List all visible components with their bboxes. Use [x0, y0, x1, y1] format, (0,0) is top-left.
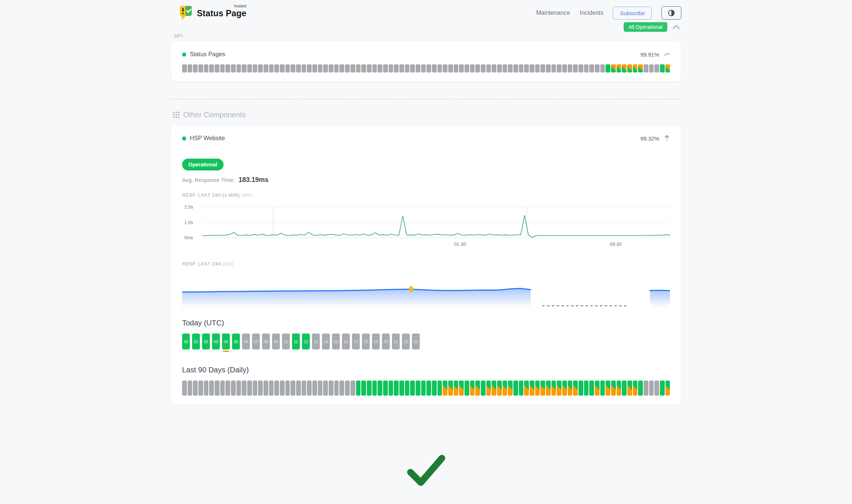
uptime-bar[interactable] [410, 380, 415, 396]
uptime-bar[interactable] [182, 64, 187, 72]
uptime-bar[interactable] [291, 64, 295, 72]
uptime-bar[interactable] [481, 64, 486, 72]
uptime-bar[interactable] [665, 64, 670, 72]
uptime-bar[interactable] [622, 64, 627, 72]
uptime-bar[interactable] [578, 64, 583, 72]
uptime-bar[interactable] [193, 64, 198, 72]
uptime-bar[interactable] [644, 380, 648, 396]
uptime-bar[interactable] [188, 380, 192, 396]
uptime-bar[interactable] [378, 64, 382, 72]
uptime-bar[interactable] [627, 64, 632, 72]
uptime-bar[interactable] [350, 380, 355, 396]
uptime-bar[interactable] [475, 64, 480, 72]
hour-block[interactable]: 18 [362, 334, 370, 349]
nav-incidents[interactable]: Incidents [580, 10, 603, 16]
uptime-bar[interactable] [416, 64, 420, 72]
uptime-bar[interactable] [519, 380, 524, 396]
uptime-bar[interactable] [209, 64, 214, 72]
uptime-bar[interactable] [264, 64, 268, 72]
uptime-bar[interactable] [535, 380, 540, 396]
hour-block[interactable]: 13 [312, 334, 320, 349]
uptime-bar[interactable] [638, 380, 643, 396]
uptime-bar[interactable] [638, 64, 643, 72]
uptime-bar[interactable] [318, 380, 323, 396]
uptime-bar[interactable] [432, 380, 437, 396]
uptime-bar[interactable] [513, 380, 518, 396]
uptime-bar[interactable] [329, 64, 333, 72]
uptime-bar[interactable] [405, 64, 410, 72]
hour-block[interactable]: 22 [402, 334, 410, 349]
uptime-bar[interactable] [356, 64, 361, 72]
uptime-bar[interactable] [492, 64, 496, 72]
uptime-bar[interactable] [459, 64, 464, 72]
uptime-bar[interactable] [497, 380, 502, 396]
uptime-bar[interactable] [323, 64, 328, 72]
uptime-bar[interactable] [470, 64, 475, 72]
uptime-bar[interactable] [361, 380, 366, 396]
uptime-bar[interactable] [253, 380, 258, 396]
uptime-bar[interactable] [394, 380, 399, 396]
uptime-bar[interactable] [568, 64, 573, 72]
uptime-bar[interactable] [617, 380, 621, 396]
uptime-bar[interactable] [323, 380, 328, 396]
uptime-bar[interactable] [220, 380, 225, 396]
uptime-bar[interactable] [443, 380, 447, 396]
uptime-bar[interactable] [296, 64, 301, 72]
uptime-bar[interactable] [285, 380, 290, 396]
hour-block[interactable]: 00 [182, 334, 190, 349]
uptime-bar[interactable] [389, 64, 393, 72]
hour-block[interactable]: 19 [372, 334, 380, 349]
uptime-bar[interactable] [253, 64, 258, 72]
uptime-bar[interactable] [432, 64, 437, 72]
uptime-bar[interactable] [367, 64, 372, 72]
uptime-bar[interactable] [285, 64, 290, 72]
uptime-bar[interactable] [215, 380, 219, 396]
uptime-bar[interactable] [459, 380, 464, 396]
hour-block[interactable]: 20 [382, 334, 390, 349]
uptime-bar[interactable] [649, 64, 654, 72]
uptime-bar[interactable] [611, 380, 616, 396]
uptime-bar[interactable] [530, 64, 534, 72]
hour-block[interactable]: 23 [412, 334, 420, 349]
uptime-bar[interactable] [622, 380, 627, 396]
uptime-bar[interactable] [578, 380, 583, 396]
uptime-bar[interactable] [464, 64, 469, 72]
uptime-bar[interactable] [633, 64, 638, 72]
uptime-bar[interactable] [660, 64, 665, 72]
uptime-bar[interactable] [372, 380, 377, 396]
uptime-bar[interactable] [508, 380, 513, 396]
uptime-bar[interactable] [426, 380, 431, 396]
uptime-bar[interactable] [204, 64, 209, 72]
uptime-bar[interactable] [486, 380, 491, 396]
uptime-bar[interactable] [546, 380, 551, 396]
uptime-bar[interactable] [372, 64, 377, 72]
uptime-bar[interactable] [470, 380, 475, 396]
uptime-bar[interactable] [383, 380, 388, 396]
uptime-bar[interactable] [334, 380, 339, 396]
uptime-bar[interactable] [231, 64, 236, 72]
uptime-bar[interactable] [312, 64, 317, 72]
uptime-bar[interactable] [198, 380, 203, 396]
uptime-bar[interactable] [437, 64, 442, 72]
uptime-bar[interactable] [389, 380, 393, 396]
hour-block[interactable]: 09 [272, 334, 280, 349]
uptime-bar[interactable] [513, 64, 518, 72]
uptime-bar[interactable] [524, 64, 529, 72]
uptime-bar[interactable] [426, 64, 431, 72]
uptime-bar[interactable] [584, 64, 589, 72]
uptime-bar[interactable] [535, 64, 540, 72]
uptime-bar[interactable] [492, 380, 496, 396]
uptime-bar[interactable] [247, 380, 252, 396]
theme-toggle-button[interactable] [661, 6, 681, 20]
hour-block[interactable]: 10 [282, 334, 290, 349]
uptime-bar[interactable] [633, 380, 638, 396]
chart1-plot-area[interactable]: 01:30 09:30 [202, 204, 670, 240]
uptime-bar[interactable] [600, 64, 605, 72]
uptime-bar[interactable] [503, 64, 507, 72]
hour-block[interactable]: 17 [352, 334, 360, 349]
uptime-bar[interactable] [524, 380, 529, 396]
uptime-bar[interactable] [665, 380, 670, 396]
uptime-bar[interactable] [617, 64, 621, 72]
uptime-bar[interactable] [437, 380, 442, 396]
uptime-bar[interactable] [225, 380, 230, 396]
